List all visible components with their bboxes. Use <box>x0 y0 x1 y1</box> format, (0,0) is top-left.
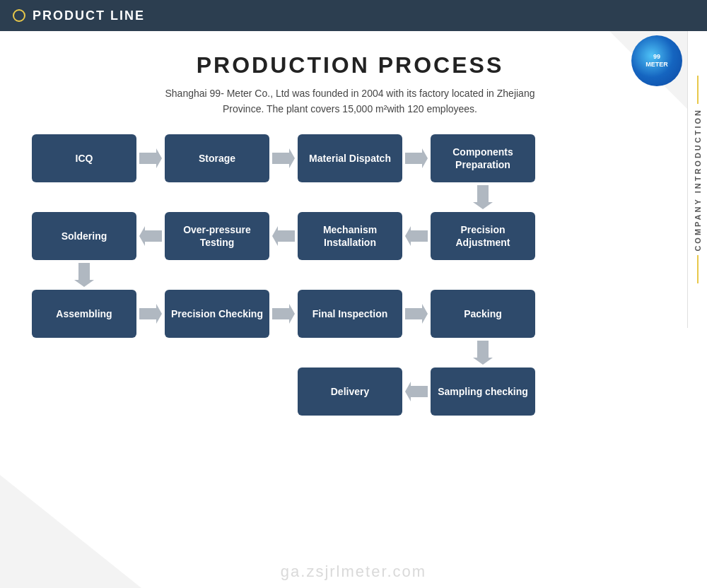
arrow-down-packing-sampling <box>469 338 497 368</box>
svg-marker-1 <box>272 148 295 168</box>
svg-marker-6 <box>139 226 162 246</box>
step-over-pressure-testing: Over-pressure Testing <box>165 212 269 260</box>
arrow-mechanism-overpressure <box>269 222 298 250</box>
arrow-icq-storage <box>136 144 165 172</box>
arrow-down-soldering-assembling <box>70 260 98 290</box>
arrow-final-packing <box>402 300 431 328</box>
arrow-overpressure-soldering <box>136 222 165 250</box>
svg-marker-4 <box>405 226 428 246</box>
step-storage: Storage <box>165 134 269 182</box>
step-mechanism-installation: Mechanism Installation <box>298 212 402 260</box>
arrow-dispatch-components <box>402 144 431 172</box>
flow-area: ICQ Storage Material Dispatch Components… <box>32 134 668 544</box>
watermark: ga.zsjrlmeter.com <box>281 563 426 581</box>
main-content: PRODUCTION PROCESS Shanghai 99- Meter Co… <box>0 31 707 544</box>
step-precision-checking: Precision Checking <box>165 290 269 338</box>
svg-marker-2 <box>405 148 428 168</box>
arrow-down-components-precision <box>469 182 497 212</box>
step-assembling: Assembling <box>32 290 136 338</box>
arrow-precision-checking-final <box>269 300 298 328</box>
sidebar-line-bottom <box>697 255 699 283</box>
step-sampling-checking: Sampling checking <box>431 368 535 416</box>
sidebar-line-top <box>697 76 699 104</box>
step-delivery: Delivery <box>298 368 402 416</box>
svg-marker-5 <box>272 226 295 246</box>
page-title: PRODUCTION PROCESS <box>21 31 679 86</box>
header-title: PRODUCT LINE <box>33 8 145 23</box>
arrow-storage-dispatch <box>269 144 298 172</box>
svg-marker-10 <box>405 304 428 324</box>
step-material-dispatch: Material Dispatch <box>298 134 402 182</box>
svg-marker-3 <box>473 185 493 209</box>
arrow-precision-mechanism <box>402 222 431 250</box>
logo: 99METER <box>631 35 682 86</box>
sidebar-vertical-text: COMPANY INTRODUCTION <box>694 108 702 252</box>
svg-marker-12 <box>405 382 428 401</box>
svg-marker-0 <box>139 148 162 168</box>
sidebar-label: COMPANY INTRODUCTION <box>687 31 707 328</box>
logo-text: 99METER <box>645 53 668 69</box>
step-soldering: Soldering <box>32 212 136 260</box>
arrow-assembling-precision-checking <box>136 300 165 328</box>
svg-marker-8 <box>139 304 162 324</box>
step-icq: ICQ <box>32 134 136 182</box>
svg-marker-11 <box>473 341 493 365</box>
header: PRODUCT LINE <box>0 0 707 31</box>
step-packing: Packing <box>431 290 535 338</box>
svg-marker-7 <box>74 263 94 287</box>
step-precision-adjustment: Precision Adjustment <box>431 212 535 260</box>
subtitle: Shanghai 99- Meter Co., Ltd was founded … <box>21 86 679 117</box>
arrow-sampling-delivery <box>402 377 431 406</box>
subtitle-line1: Shanghai 99- Meter Co., Ltd was founded … <box>165 88 535 99</box>
step-components-preparation: Components Preparation <box>431 134 535 182</box>
subtitle-line2: Province. The plant covers 15,000 m²with… <box>223 103 477 114</box>
svg-marker-9 <box>272 304 295 324</box>
logo-area: 99METER <box>631 35 682 86</box>
step-final-inspection: Final Inspection <box>298 290 402 338</box>
header-icon <box>13 9 25 22</box>
